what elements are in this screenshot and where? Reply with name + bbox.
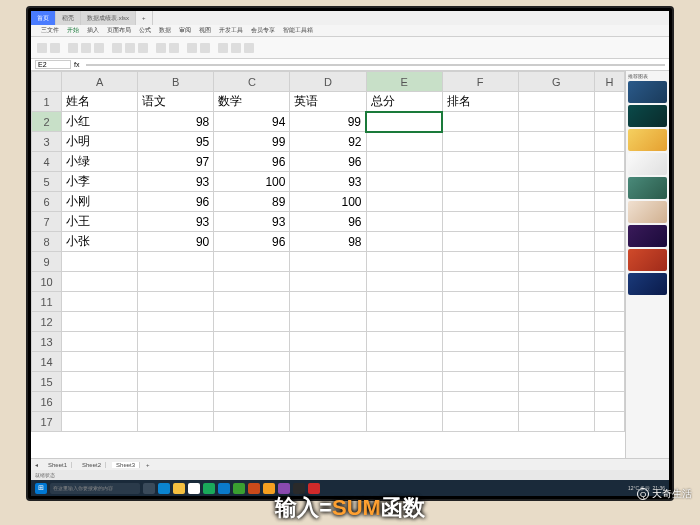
cell-G1[interactable]: [518, 92, 594, 112]
cell-G8[interactable]: [518, 232, 594, 252]
cell-H6[interactable]: [594, 192, 624, 212]
cell-H10[interactable]: [594, 272, 624, 292]
cell-C9[interactable]: [214, 252, 290, 272]
cell-C13[interactable]: [214, 332, 290, 352]
cell-G4[interactable]: [518, 152, 594, 172]
cell-A5[interactable]: 小李: [62, 172, 138, 192]
cell-F7[interactable]: [442, 212, 518, 232]
chart-thumb-8[interactable]: [628, 249, 667, 271]
cell-E12[interactable]: [366, 312, 442, 332]
app-icon-2[interactable]: [218, 483, 230, 494]
app-icon-7[interactable]: [293, 483, 305, 494]
cell-B10[interactable]: [138, 272, 214, 292]
cell-F15[interactable]: [442, 372, 518, 392]
row-header-14[interactable]: 14: [32, 352, 62, 372]
menu-insert[interactable]: 插入: [87, 26, 99, 35]
align-right-icon[interactable]: [138, 43, 148, 53]
cell-H2[interactable]: [594, 112, 624, 132]
cell-F6[interactable]: [442, 192, 518, 212]
cell-B3[interactable]: 95: [138, 132, 214, 152]
cell-B5[interactable]: 93: [138, 172, 214, 192]
menu-file[interactable]: 三文件: [41, 26, 59, 35]
app-icon-8[interactable]: [308, 483, 320, 494]
cell-D13[interactable]: [290, 332, 366, 352]
cell-A14[interactable]: [62, 352, 138, 372]
cell-E11[interactable]: [366, 292, 442, 312]
cell-C10[interactable]: [214, 272, 290, 292]
row-header-5[interactable]: 5: [32, 172, 62, 192]
cell-H1[interactable]: [594, 92, 624, 112]
cell-G12[interactable]: [518, 312, 594, 332]
cell-E2[interactable]: [366, 112, 442, 132]
cell-E17[interactable]: [366, 412, 442, 432]
cell-H13[interactable]: [594, 332, 624, 352]
chart-thumb-7[interactable]: [628, 225, 667, 247]
cell-F14[interactable]: [442, 352, 518, 372]
cell-D9[interactable]: [290, 252, 366, 272]
cell-F5[interactable]: [442, 172, 518, 192]
tab-add[interactable]: +: [136, 11, 153, 25]
row-header-10[interactable]: 10: [32, 272, 62, 292]
cell-F9[interactable]: [442, 252, 518, 272]
cell-C14[interactable]: [214, 352, 290, 372]
explorer-icon[interactable]: [173, 483, 185, 494]
spreadsheet-grid[interactable]: A B C D E F G H 1姓名语文数学英语总分排名2小红9894993小…: [31, 71, 625, 432]
start-button[interactable]: ⊞: [35, 483, 47, 494]
cell-G16[interactable]: [518, 392, 594, 412]
cell-A15[interactable]: [62, 372, 138, 392]
cell-B7[interactable]: 93: [138, 212, 214, 232]
chart-thumb-6[interactable]: [628, 201, 667, 223]
cell-E14[interactable]: [366, 352, 442, 372]
app-icon-1[interactable]: [203, 483, 215, 494]
sum-icon[interactable]: [218, 43, 228, 53]
grid-container[interactable]: A B C D E F G H 1姓名语文数学英语总分排名2小红9894993小…: [31, 71, 625, 458]
cell-D7[interactable]: 96: [290, 212, 366, 232]
chart-thumb-3[interactable]: [628, 129, 667, 151]
menu-formula[interactable]: 公式: [139, 26, 151, 35]
cell-G9[interactable]: [518, 252, 594, 272]
cell-E5[interactable]: [366, 172, 442, 192]
cell-F11[interactable]: [442, 292, 518, 312]
cell-G14[interactable]: [518, 352, 594, 372]
row-header-16[interactable]: 16: [32, 392, 62, 412]
app-icon-5[interactable]: [263, 483, 275, 494]
menu-data[interactable]: 数据: [159, 26, 171, 35]
cell-B8[interactable]: 90: [138, 232, 214, 252]
sheet-tab-3[interactable]: Sheet3: [112, 462, 140, 468]
cell-H12[interactable]: [594, 312, 624, 332]
cell-G11[interactable]: [518, 292, 594, 312]
cell-B14[interactable]: [138, 352, 214, 372]
col-header-A[interactable]: A: [62, 72, 138, 92]
cell-G7[interactable]: [518, 212, 594, 232]
row-header-2[interactable]: 2: [32, 112, 62, 132]
cell-E8[interactable]: [366, 232, 442, 252]
col-header-E[interactable]: E: [366, 72, 442, 92]
cell-H4[interactable]: [594, 152, 624, 172]
merge-icon[interactable]: [156, 43, 166, 53]
cell-A16[interactable]: [62, 392, 138, 412]
cell-B2[interactable]: 98: [138, 112, 214, 132]
cell-H8[interactable]: [594, 232, 624, 252]
cell-B13[interactable]: [138, 332, 214, 352]
row-header-13[interactable]: 13: [32, 332, 62, 352]
cell-E4[interactable]: [366, 152, 442, 172]
cell-D16[interactable]: [290, 392, 366, 412]
cell-C6[interactable]: 89: [214, 192, 290, 212]
cell-E16[interactable]: [366, 392, 442, 412]
cell-A3[interactable]: 小明: [62, 132, 138, 152]
tab-home[interactable]: 首页: [31, 11, 56, 25]
cell-D10[interactable]: [290, 272, 366, 292]
cell-E1[interactable]: 总分: [366, 92, 442, 112]
row-header-7[interactable]: 7: [32, 212, 62, 232]
cell-C4[interactable]: 96: [214, 152, 290, 172]
sheet-nav-prev[interactable]: ◂: [35, 461, 38, 468]
cell-D17[interactable]: [290, 412, 366, 432]
cell-H14[interactable]: [594, 352, 624, 372]
cell-C1[interactable]: 数学: [214, 92, 290, 112]
cell-C8[interactable]: 96: [214, 232, 290, 252]
chart-thumb-9[interactable]: [628, 273, 667, 295]
cell-E6[interactable]: [366, 192, 442, 212]
cell-G17[interactable]: [518, 412, 594, 432]
cell-G2[interactable]: [518, 112, 594, 132]
col-header-F[interactable]: F: [442, 72, 518, 92]
